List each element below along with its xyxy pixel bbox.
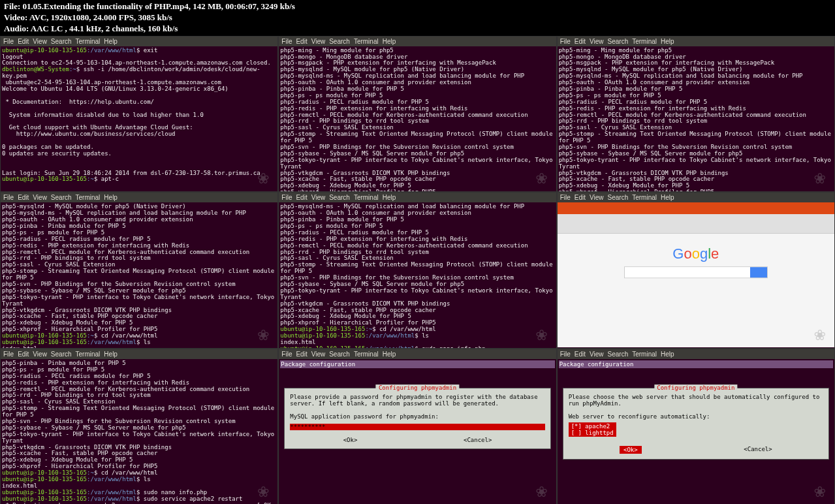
password-input[interactable]: ********** <box>290 424 544 430</box>
watermark-icon: ❀ <box>810 166 830 187</box>
menu-search[interactable]: Search <box>608 194 629 201</box>
menu-file[interactable]: File <box>281 194 292 201</box>
menu-help[interactable]: Help <box>383 351 396 358</box>
menu-search[interactable]: Search <box>329 194 350 201</box>
menu-file[interactable]: File <box>3 194 14 201</box>
cancel-button[interactable]: <Cancel> <box>744 446 772 454</box>
menu-search[interactable]: Search <box>51 351 72 358</box>
menu-search[interactable]: Search <box>329 351 350 358</box>
menu-edit[interactable]: Edit <box>296 351 307 358</box>
menu-search[interactable]: Search <box>608 38 629 45</box>
thumbnail-1: FileEditViewSearchTerminalHelp ubuntu@ip… <box>0 36 278 193</box>
menu-edit[interactable]: Edit <box>18 351 29 358</box>
file-info: File: 01.05.Extending the functionality … <box>4 1 831 12</box>
menu-view[interactable]: View <box>590 194 604 201</box>
webserver-options[interactable]: apache2 lighttpd <box>569 422 616 437</box>
terminal-menubar: FileEditViewSearchTerminalHelp <box>558 193 834 202</box>
menu-search[interactable]: Search <box>608 351 629 358</box>
menu-edit[interactable]: Edit <box>296 38 307 45</box>
menu-help[interactable]: Help <box>104 38 118 45</box>
menu-help[interactable]: Help <box>383 38 396 45</box>
menu-file[interactable]: File <box>560 194 571 201</box>
terminal-output: ubuntu@ip-10-160-135-165:/var/www/html$ … <box>1 46 277 185</box>
watermark-icon: ❀ <box>531 323 552 344</box>
menu-terminal[interactable]: Terminal <box>632 38 657 45</box>
google-search-bar[interactable] <box>624 266 768 278</box>
menu-edit[interactable]: Edit <box>575 194 586 201</box>
menu-view[interactable]: View <box>311 351 326 358</box>
menu-help[interactable]: Help <box>104 194 118 201</box>
menu-help[interactable]: Help <box>661 38 674 45</box>
terminal-menubar: FileEditViewSearchTerminalHelp <box>558 37 834 46</box>
menu-terminal[interactable]: Terminal <box>632 194 657 201</box>
menu-terminal[interactable]: Terminal <box>76 38 101 45</box>
menu-search[interactable]: Search <box>51 38 72 45</box>
watermark-icon: ❀ <box>810 480 830 501</box>
watermark-icon: ❀ <box>253 480 274 501</box>
dialog-prompt: Web server to reconfigure automatically: <box>569 413 823 420</box>
menu-edit[interactable]: Edit <box>18 194 29 201</box>
package-config-label: Package configuration <box>280 360 554 368</box>
thumbnail-8: FileEditViewSearchTerminalHelp Package c… <box>278 349 556 504</box>
menu-view[interactable]: View <box>590 351 604 358</box>
phpmyadmin-password-dialog: Configuring phpmyadmin Please provide a … <box>284 388 550 449</box>
terminal-menubar: FileEditViewSearchTerminalHelp <box>279 349 556 359</box>
menu-search[interactable]: Search <box>51 194 72 201</box>
menu-file[interactable]: File <box>560 351 571 358</box>
menu-terminal[interactable]: Terminal <box>354 38 379 45</box>
watermark-icon: ❀ <box>253 166 274 187</box>
menu-search[interactable]: Search <box>329 38 350 45</box>
phpmyadmin-webserver-dialog: Configuring phpmyadmin Please choose the… <box>563 388 829 460</box>
menu-terminal[interactable]: Terminal <box>76 351 101 358</box>
menu-help[interactable]: Help <box>104 351 118 358</box>
dialog-prompt: MySQL application password for phpmyadmi… <box>290 413 544 420</box>
menu-file[interactable]: File <box>3 351 14 358</box>
menu-edit[interactable]: Edit <box>575 38 586 45</box>
thumbnail-4: FileEditViewSearchTerminalHelp php5-mysq… <box>0 192 278 349</box>
option-apache2[interactable]: apache2 <box>571 423 614 430</box>
menu-terminal[interactable]: Terminal <box>632 351 657 358</box>
dialog-text: Please choose the web server that should… <box>569 394 823 407</box>
dialog-title: Configuring phpmyadmin <box>654 385 737 391</box>
menu-view[interactable]: View <box>311 194 326 201</box>
menu-file[interactable]: File <box>281 38 292 45</box>
terminal-menubar: FileEditViewSearchTerminalHelp <box>1 37 277 46</box>
watermark-icon: ❀ <box>253 323 274 344</box>
dialog-title: Configuring phpmyadmin <box>376 385 459 391</box>
search-input[interactable] <box>625 267 750 277</box>
menu-edit[interactable]: Edit <box>296 194 307 201</box>
menu-file[interactable]: File <box>560 38 571 45</box>
thumbnail-5: FileEditViewSearchTerminalHelp php5-mysq… <box>278 192 556 349</box>
menu-file[interactable]: File <box>3 38 14 45</box>
search-button[interactable] <box>750 267 767 277</box>
video-info-header: File: 01.05.Extending the functionality … <box>0 0 835 36</box>
terminal-menubar: FileEditViewSearchTerminalHelp <box>279 37 556 46</box>
menu-terminal[interactable]: Terminal <box>354 194 379 201</box>
browser-window: Google <box>558 202 834 347</box>
audio-info: Audio: AAC LC , 44.1 kHz, 2 channels, 16… <box>4 24 831 35</box>
thumbnail-grid: FileEditViewSearchTerminalHelp ubuntu@ip… <box>0 36 835 504</box>
menu-help[interactable]: Help <box>383 194 396 201</box>
terminal-output: php5-mysqlnd-ms - MySQL replication and … <box>279 202 556 349</box>
cancel-button[interactable]: <Cancel> <box>464 437 492 443</box>
menu-terminal[interactable]: Terminal <box>354 351 379 358</box>
menu-help[interactable]: Help <box>661 351 674 358</box>
ok-button[interactable]: <Ok> <box>343 437 358 443</box>
menu-terminal[interactable]: Terminal <box>76 194 101 201</box>
menu-view[interactable]: View <box>33 194 47 201</box>
menu-help[interactable]: Help <box>661 194 674 201</box>
menu-file[interactable]: File <box>281 351 292 358</box>
terminal-output: php5-ming - Ming module for php5 php5-mo… <box>279 46 556 193</box>
option-lighttpd[interactable]: lighttpd <box>571 430 614 436</box>
ok-button[interactable]: <Ok> <box>620 446 642 454</box>
menu-view[interactable]: View <box>33 351 47 358</box>
menu-edit[interactable]: Edit <box>18 38 29 45</box>
menu-view[interactable]: View <box>311 38 326 45</box>
terminal-menubar: FileEditViewSearchTerminalHelp <box>1 193 277 202</box>
terminal-output: php5-mysqlnd - MySQL module for php5 (Na… <box>1 202 277 349</box>
google-homepage: Google <box>624 245 768 282</box>
menu-view[interactable]: View <box>33 38 47 45</box>
menu-edit[interactable]: Edit <box>575 351 586 358</box>
watermark-icon: ❀ <box>531 480 552 501</box>
menu-view[interactable]: View <box>590 38 604 45</box>
